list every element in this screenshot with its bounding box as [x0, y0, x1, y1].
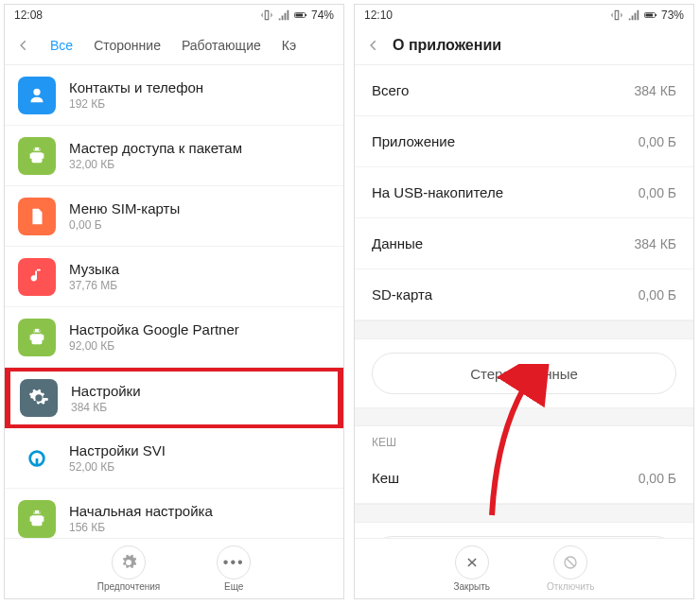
close-label: Закрыть: [453, 581, 490, 592]
storage-label: SD-карта: [372, 286, 432, 302]
storage-row: Всего384 КБ: [355, 65, 693, 116]
android-icon: [18, 137, 56, 175]
more-label: Еще: [224, 581, 243, 592]
app-size: 384 КБ: [71, 401, 141, 414]
chevron-left-icon: [367, 39, 380, 52]
battery-percent: 74%: [311, 9, 334, 22]
app-row[interactable]: Музыка 37,76 МБ: [5, 247, 343, 307]
section-gap: [355, 504, 693, 523]
svi-icon: [18, 440, 56, 477]
svg-rect-5: [645, 14, 653, 17]
app-row[interactable]: Меню SIM-карты 0,00 Б: [5, 186, 343, 247]
signal-icon: [627, 9, 640, 22]
android-icon: [18, 319, 56, 356]
header: О приложении: [355, 26, 693, 65]
storage-row: Данные384 КБ: [355, 218, 693, 269]
storage-row: На USB-накопителе0,00 Б: [355, 167, 693, 218]
close-button[interactable]: Закрыть: [453, 545, 490, 592]
disable-icon: [563, 555, 578, 570]
app-size: 37,76 МБ: [69, 279, 119, 292]
app-row[interactable]: Мастер доступа к пакетам 32,00 КБ: [5, 126, 343, 186]
phone-right: 12:10 73% О приложении Всего384 КБПрилож…: [354, 4, 694, 599]
tab-third-party[interactable]: Сторонние: [86, 38, 168, 53]
app-title: Мастер доступа к пакетам: [69, 140, 242, 156]
status-bar: 12:08 74%: [5, 5, 343, 26]
cache-value: 0,00 Б: [639, 471, 676, 486]
status-right: 74%: [260, 9, 334, 22]
dots-icon: •••: [223, 554, 245, 571]
storage-label: На USB-накопителе: [372, 184, 503, 200]
status-right: 73%: [610, 9, 684, 22]
battery-icon: [294, 9, 307, 22]
cache-label: Кеш: [372, 470, 399, 486]
storage-row: SD-карта0,00 Б: [355, 269, 693, 320]
storage-value: 0,00 Б: [639, 287, 676, 302]
app-row[interactable]: Настройки 384 КБ: [5, 368, 343, 428]
gear-icon: [20, 379, 58, 417]
back-button[interactable]: [360, 39, 387, 52]
prefs-button[interactable]: Предпочтения: [97, 545, 160, 592]
section-gap: [355, 407, 693, 426]
tab-running[interactable]: Работающие: [174, 38, 269, 53]
svg-rect-1: [295, 14, 303, 17]
app-title: Контакты и телефон: [69, 79, 203, 95]
back-button[interactable]: [10, 39, 37, 52]
svg-rect-2: [306, 14, 306, 16]
tab-bar: Все Сторонние Работающие Кэ: [5, 26, 343, 65]
app-size: 92,00 КБ: [69, 339, 239, 353]
gear-icon: [120, 554, 137, 571]
svg-rect-6: [656, 14, 656, 16]
app-title: Меню SIM-карты: [69, 200, 180, 216]
detail-list: Всего384 КБПриложение0,00 БНа USB-накопи…: [355, 65, 693, 598]
page-title: О приложении: [393, 37, 501, 54]
status-time: 12:08: [14, 9, 43, 22]
prefs-label: Предпочтения: [97, 581, 160, 592]
status-bar: 12:10 73%: [355, 5, 693, 26]
tab-all[interactable]: Все: [43, 38, 80, 53]
storage-value: 0,00 Б: [639, 185, 676, 200]
vibrate-icon: [610, 9, 623, 22]
app-row[interactable]: Настройки SVI 52,00 КБ: [5, 428, 343, 489]
android-icon: [18, 500, 56, 538]
app-title: Настройки SVI: [69, 442, 166, 458]
app-size: 32,00 КБ: [69, 158, 242, 171]
close-icon: [465, 556, 479, 569]
vibrate-icon: [260, 9, 273, 22]
section-gap: [355, 320, 693, 339]
storage-value: 384 КБ: [634, 236, 676, 251]
phone-left: 12:08 74% Все Сторонние Работающие Кэ Ко…: [4, 4, 344, 599]
app-size: 52,00 КБ: [69, 460, 166, 474]
chevron-left-icon: [17, 39, 30, 52]
cache-section-title: КЕШ: [355, 426, 693, 453]
app-list[interactable]: Контакты и телефон 192 КБ Мастер доступа…: [5, 65, 343, 598]
storage-label: Всего: [372, 82, 409, 98]
disable-button[interactable]: Отключить: [547, 545, 595, 592]
app-title: Настройка Google Partner: [69, 321, 239, 337]
signal-icon: [277, 9, 290, 22]
app-size: 0,00 Б: [69, 218, 180, 232]
contact-icon: [18, 77, 56, 114]
battery-percent: 73%: [661, 9, 684, 22]
battery-icon: [644, 9, 657, 22]
app-title: Настройки: [71, 383, 141, 399]
status-time: 12:10: [364, 9, 393, 22]
storage-row: Приложение0,00 Б: [355, 116, 693, 167]
storage-label: Приложение: [372, 133, 455, 149]
clear-data-button[interactable]: Стереть данные: [372, 353, 676, 394]
more-button[interactable]: ••• Еще: [217, 545, 251, 592]
app-size: 192 КБ: [69, 97, 203, 111]
app-title: Музыка: [69, 261, 119, 277]
tab-cached[interactable]: Кэ: [274, 38, 304, 53]
storage-value: 0,00 Б: [639, 134, 676, 149]
app-title: Начальная настройка: [69, 503, 213, 519]
sim-icon: [18, 198, 56, 235]
storage-value: 384 КБ: [634, 83, 676, 98]
app-row[interactable]: Настройка Google Partner 92,00 КБ: [5, 307, 343, 368]
bottom-bar: Закрыть Отключить: [355, 538, 693, 598]
cache-row: Кеш0,00 Б: [355, 453, 693, 504]
storage-label: Данные: [372, 235, 423, 251]
bottom-bar: Предпочтения ••• Еще: [5, 538, 343, 598]
disable-label: Отключить: [547, 581, 595, 592]
music-icon: [18, 258, 56, 296]
app-row[interactable]: Контакты и телефон 192 КБ: [5, 65, 343, 126]
